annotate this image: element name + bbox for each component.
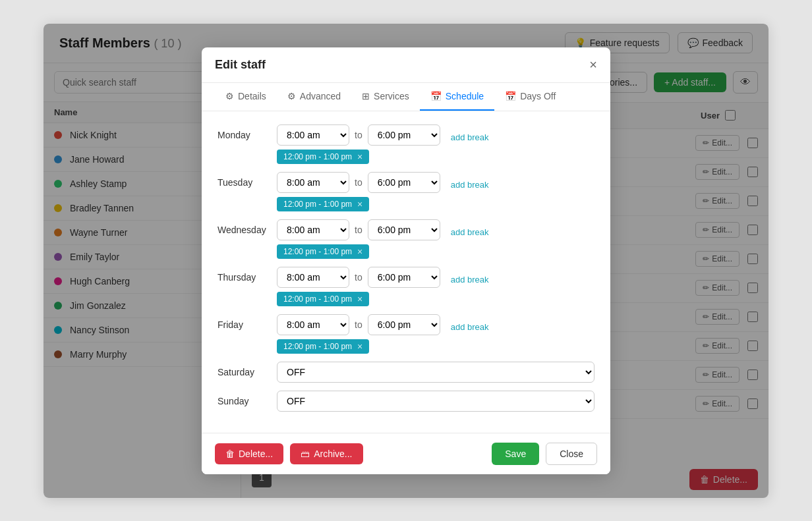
wednesday-start-select[interactable]: 8:00 am [277, 219, 349, 240]
tuesday-start-select[interactable]: 8:00 am [277, 172, 349, 193]
gear-icon: ⚙ [225, 91, 234, 101]
wednesday-add-break-link[interactable]: add break [446, 222, 489, 237]
wednesday-time-row: 8:00 am to 6:00 pm add break [277, 219, 594, 240]
gear-icon: ⚙ [287, 91, 296, 101]
delete-staff-button[interactable]: 🗑 Delete... [215, 443, 283, 464]
sunday-status-select[interactable]: OFF [277, 391, 594, 412]
wednesday-break-badge: 12:00 pm - 1:00 pm × [277, 244, 369, 259]
tuesday-break-badge: 12:00 pm - 1:00 pm × [277, 197, 369, 211]
saturday-status-select[interactable]: OFF [277, 362, 594, 383]
schedule-row-tuesday: Tuesday 8:00 am to 6:00 pm add break [218, 172, 594, 211]
modal-body: Monday 8:00 am to 6:00 pm add break [202, 111, 610, 433]
modal-tabs: ⚙ Details ⚙ Advanced ⊞ Services 📅 Schedu… [202, 83, 610, 111]
friday-break-badge: 12:00 pm - 1:00 pm × [277, 339, 369, 354]
footer-right-actions: Save Close [492, 443, 597, 465]
tab-details[interactable]: ⚙ Details [215, 83, 277, 111]
tab-schedule[interactable]: 📅 Schedule [420, 83, 494, 111]
tuesday-end-select[interactable]: 6:00 pm [368, 172, 440, 193]
modal-close-button[interactable]: × [589, 58, 597, 71]
grid-icon: ⊞ [362, 91, 370, 101]
sunday-controls: OFF [277, 391, 594, 412]
schedule-row-monday: Monday 8:00 am to 6:00 pm add break [218, 124, 594, 164]
trash-icon: 🗑 [225, 449, 235, 459]
to-label: to [355, 272, 362, 283]
friday-end-select[interactable]: 6:00 pm [368, 314, 440, 335]
thursday-break-badge: 12:00 pm - 1:00 pm × [277, 292, 369, 306]
close-modal-button[interactable]: Close [546, 443, 597, 465]
thursday-remove-break-button[interactable]: × [357, 294, 362, 304]
friday-remove-break-button[interactable]: × [357, 342, 362, 351]
saturday-controls: OFF [277, 362, 594, 383]
thursday-time-row: 8:00 am to 6:00 pm add break [277, 267, 594, 288]
footer-left-actions: 🗑 Delete... 🗃 Archive... [215, 443, 363, 464]
monday-start-select[interactable]: 8:00 am [277, 124, 349, 146]
tab-days-off[interactable]: 📅 Days Off [494, 83, 566, 111]
archive-icon: 🗃 [301, 449, 310, 459]
wednesday-remove-break-button[interactable]: × [357, 247, 362, 256]
to-label: to [355, 177, 362, 188]
schedule-row-thursday: Thursday 8:00 am to 6:00 pm add break [218, 267, 594, 306]
modal-footer: 🗑 Delete... 🗃 Archive... Save Close [202, 433, 610, 474]
friday-start-select[interactable]: 8:00 am [277, 314, 349, 335]
monday-remove-break-button[interactable]: × [357, 152, 362, 161]
modal-title: Edit staff [215, 58, 266, 72]
day-label-tuesday: Tuesday [218, 172, 277, 188]
monday-break-badge: 12:00 pm - 1:00 pm × [277, 150, 369, 164]
tuesday-break-time: 12:00 pm - 1:00 pm [283, 200, 352, 209]
tuesday-add-break-link[interactable]: add break [446, 175, 489, 190]
friday-add-break-link[interactable]: add break [446, 317, 489, 332]
tab-services[interactable]: ⊞ Services [351, 83, 420, 111]
monday-break-time: 12:00 pm - 1:00 pm [283, 152, 352, 161]
wednesday-break-time: 12:00 pm - 1:00 pm [283, 247, 352, 256]
schedule-row-saturday: Saturday OFF [218, 362, 594, 383]
day-label-sunday: Sunday [218, 391, 277, 406]
thursday-break-time: 12:00 pm - 1:00 pm [283, 294, 352, 304]
day-label-monday: Monday [218, 124, 277, 140]
thursday-controls: 8:00 am to 6:00 pm add break 12:00 pm - … [277, 267, 594, 306]
wednesday-controls: 8:00 am to 6:00 pm add break 12:00 pm - … [277, 219, 594, 259]
tuesday-time-row: 8:00 am to 6:00 pm add break [277, 172, 594, 193]
schedule-row-friday: Friday 8:00 am to 6:00 pm add break [218, 314, 594, 354]
monday-time-row: 8:00 am to 6:00 pm add break [277, 124, 594, 146]
tab-advanced[interactable]: ⚙ Advanced [277, 83, 351, 111]
to-label: to [355, 130, 362, 140]
to-label: to [355, 319, 362, 330]
monday-add-break-link[interactable]: add break [446, 127, 489, 142]
monday-end-select[interactable]: 6:00 pm [368, 124, 440, 146]
calendar-icon: 📅 [505, 91, 516, 101]
thursday-start-select[interactable]: 8:00 am [277, 267, 349, 288]
thursday-end-select[interactable]: 6:00 pm [368, 267, 440, 288]
thursday-add-break-link[interactable]: add break [446, 269, 489, 285]
day-label-thursday: Thursday [218, 267, 277, 283]
wednesday-end-select[interactable]: 6:00 pm [368, 219, 440, 240]
day-label-wednesday: Wednesday [218, 219, 277, 235]
modal-header: Edit staff × [202, 47, 610, 83]
day-label-saturday: Saturday [218, 362, 277, 377]
archive-staff-button[interactable]: 🗃 Archive... [290, 443, 362, 464]
day-label-friday: Friday [218, 314, 277, 330]
edit-staff-modal: Edit staff × ⚙ Details ⚙ Advanced ⊞ Serv… [202, 47, 610, 474]
save-button[interactable]: Save [492, 443, 539, 465]
friday-time-row: 8:00 am to 6:00 pm add break [277, 314, 594, 335]
friday-break-time: 12:00 pm - 1:00 pm [283, 342, 352, 351]
tuesday-controls: 8:00 am to 6:00 pm add break 12:00 pm - … [277, 172, 594, 211]
to-label: to [355, 225, 362, 235]
modal-overlay: Edit staff × ⚙ Details ⚙ Advanced ⊞ Serv… [44, 24, 768, 498]
monday-controls: 8:00 am to 6:00 pm add break 12:00 pm - … [277, 124, 594, 164]
tuesday-remove-break-button[interactable]: × [357, 200, 362, 209]
calendar-icon: 📅 [430, 91, 442, 101]
schedule-row-sunday: Sunday OFF [218, 391, 594, 412]
friday-controls: 8:00 am to 6:00 pm add break 12:00 pm - … [277, 314, 594, 354]
schedule-row-wednesday: Wednesday 8:00 am to 6:00 pm add break [218, 219, 594, 259]
